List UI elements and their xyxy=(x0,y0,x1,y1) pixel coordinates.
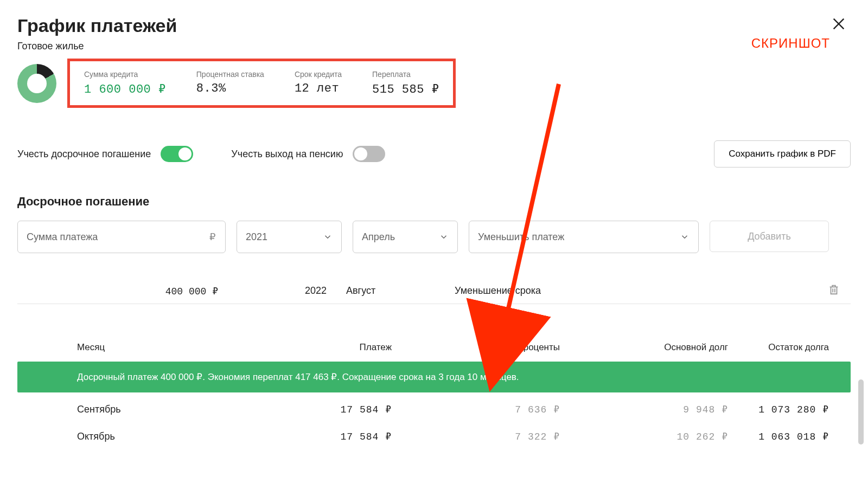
early-payment-summary-banner: Досрочный платеж 400 000 ₽. Экономия пер… xyxy=(17,362,851,392)
ruble-icon: ₽ xyxy=(209,231,215,243)
delete-early-entry-button[interactable] xyxy=(818,284,851,298)
col-interest: Проценты xyxy=(413,342,582,353)
chevron-down-icon xyxy=(680,232,690,242)
overpay-label: Переплата xyxy=(372,70,439,79)
early-amount-input[interactable]: Сумма платежа ₽ xyxy=(17,221,226,253)
table-row: Сентябрь 17 584 ₽ 7 636 ₽ 9 948 ₽ 1 073 … xyxy=(17,396,851,423)
early-payment-entry: 400 000 ₽ 2022 Август Уменьшение срока xyxy=(17,278,851,304)
early-month-value: Апрель xyxy=(362,231,395,243)
retirement-toggle[interactable] xyxy=(353,146,385,162)
early-entry-type: Уменьшение срока xyxy=(455,285,818,297)
early-entry-amount: 400 000 ₽ xyxy=(17,285,229,297)
cell-principal: 9 948 ₽ xyxy=(582,403,750,415)
save-pdf-button[interactable]: Сохранить график в PDF xyxy=(714,140,851,168)
early-entry-month: Август xyxy=(337,285,455,297)
loan-amount-label: Сумма кредита xyxy=(84,70,166,79)
early-repay-toggle-label: Учесть досрочное погашение xyxy=(17,149,151,160)
cell-interest: 7 322 ₽ xyxy=(413,430,582,442)
chevron-down-icon xyxy=(439,232,449,242)
cell-payment: 17 584 ₽ xyxy=(256,403,413,415)
cell-interest: 7 636 ₽ xyxy=(413,403,582,415)
early-type-select[interactable]: Уменьшить платеж xyxy=(469,221,699,253)
table-row: Октябрь 17 584 ₽ 7 322 ₽ 10 262 ₽ 1 063 … xyxy=(17,423,851,450)
col-principal: Основной долг xyxy=(582,342,750,353)
close-icon[interactable] xyxy=(831,16,846,34)
cell-month: Октябрь xyxy=(17,431,256,442)
page-title: График платежей xyxy=(17,15,851,36)
rate-value: 8.3% xyxy=(196,82,264,95)
overpay-value: 515 585 ₽ xyxy=(372,82,439,96)
screenshot-annotation: СКРИНШОТ xyxy=(751,36,830,51)
chevron-down-icon xyxy=(323,232,333,242)
donut-chart-icon xyxy=(17,64,56,103)
loan-amount-value: 1 600 000 ₽ xyxy=(84,82,166,96)
col-month: Месяц xyxy=(17,342,256,353)
cell-balance: 1 063 018 ₽ xyxy=(750,430,851,442)
add-early-payment-button[interactable]: Добавить xyxy=(710,221,829,252)
early-year-select[interactable]: 2021 xyxy=(237,221,342,253)
early-year-value: 2021 xyxy=(246,231,267,243)
page-subtitle: Готовое жилье xyxy=(17,41,851,52)
cell-balance: 1 073 280 ₽ xyxy=(750,403,851,415)
trash-icon xyxy=(828,284,840,295)
highlighted-summary-box: Сумма кредита 1 600 000 ₽ Процентная ста… xyxy=(67,59,456,108)
retirement-toggle-label: Учесть выход на пенсию xyxy=(231,149,343,160)
early-amount-placeholder: Сумма платежа xyxy=(27,231,98,243)
rate-label: Процентная ставка xyxy=(196,70,264,79)
early-month-select[interactable]: Апрель xyxy=(353,221,458,253)
term-label: Срок кредита xyxy=(295,70,342,79)
early-type-value: Уменьшить платеж xyxy=(478,231,564,243)
svg-line-2 xyxy=(499,84,559,350)
cell-principal: 10 262 ₽ xyxy=(582,430,750,442)
early-repay-form: Сумма платежа ₽ 2021 Апрель Уменьшить пл… xyxy=(17,221,851,253)
early-entry-year: 2022 xyxy=(229,285,337,297)
early-repay-heading: Досрочное погашение xyxy=(17,195,851,209)
scrollbar[interactable] xyxy=(858,379,864,445)
term-value: 12 лет xyxy=(295,82,342,95)
col-balance: Остаток долга xyxy=(750,342,851,353)
schedule-table-header: Месяц Платеж Проценты Основной долг Оста… xyxy=(17,342,851,362)
loan-summary: Сумма кредита 1 600 000 ₽ Процентная ста… xyxy=(17,59,851,108)
cell-month: Сентябрь xyxy=(17,404,256,415)
cell-payment: 17 584 ₽ xyxy=(256,430,413,442)
col-payment: Платеж xyxy=(256,342,413,353)
early-repay-toggle[interactable] xyxy=(161,146,193,162)
